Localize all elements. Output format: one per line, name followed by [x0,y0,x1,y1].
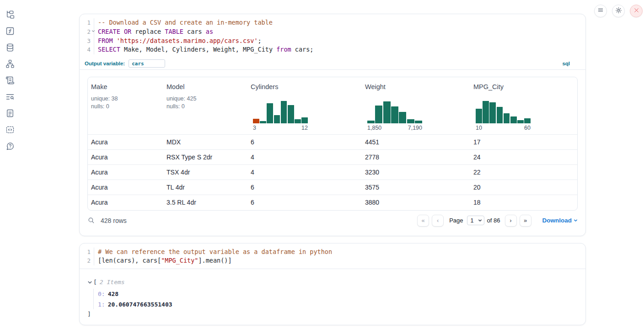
line-number: 4 [80,45,94,54]
sql-code-editor[interactable]: 1 -- Download a CSV and create an in-mem… [80,14,585,58]
cell-weight: 4451 [362,135,470,150]
histogram-bar[interactable] [274,115,280,123]
close-icon [633,7,639,15]
histogram-bar[interactable] [281,101,287,123]
cell-model: 3.5 RL 4dr [163,195,247,210]
cell-mpg-city: 22 [470,165,577,180]
python-cell: 1 # We can reference the output variable… [79,243,586,326]
dependency-graph-icon[interactable] [5,59,15,69]
line-number: 2 [80,256,94,265]
sql-cell: 1 -- Download a CSV and create an in-mem… [79,14,586,236]
last-page-button[interactable]: » [520,215,531,227]
documentation-icon[interactable] [5,109,15,118]
cell-cylinders: 4 [247,165,362,180]
column-header-cylinders[interactable]: Cylinders 3 12 [247,77,362,135]
code-line: 1 # We can reference the output variable… [80,248,585,257]
hist-min-label: 10 [476,125,482,131]
column-header-make[interactable]: Make unique: 38nulls: 0 [88,77,163,135]
table-header-row: Make unique: 38nulls: 0 Model unique: 42… [88,77,577,135]
search-icon[interactable] [87,217,95,224]
histogram-bar[interactable] [489,102,496,123]
histogram-bar[interactable] [253,119,259,123]
column-stats: unique: 425nulls: 0 [166,95,247,110]
cell-weight: 3230 [362,165,470,180]
gear-icon [615,7,622,16]
histogram-bar[interactable] [391,106,398,123]
data-sources-icon[interactable] [5,43,15,52]
table-row[interactable]: Acura TL 4dr 6 3575 20 [88,180,577,195]
item-key: 0: [98,291,105,297]
histogram-bar[interactable] [497,107,503,123]
row-count: 428 rows [101,217,127,224]
file-explorer-icon[interactable] [5,10,15,19]
code-line: 4 SELECT Make, Model, Cylinders, Weight,… [80,45,585,54]
table-footer: 428 rows « ‹ Page 1 of 86 › » Download [87,211,578,231]
histogram-bar[interactable] [367,121,375,123]
fold-chevron-icon[interactable] [91,26,95,36]
table-row[interactable]: Acura TSX 4dr 4 3230 22 [88,165,577,180]
histogram-weight[interactable]: 1,850 7,190 [367,90,422,134]
histogram-bar[interactable] [260,121,266,123]
page-select[interactable]: 1 [467,216,484,225]
table-row[interactable]: Acura RSX Type S 2dr 4 2778 24 [88,150,577,165]
shutdown-button[interactable] [630,5,643,17]
collapse-chevron-icon[interactable] [87,280,92,285]
functions-icon[interactable] [5,26,15,36]
histogram-bar[interactable] [517,120,524,123]
histogram-bar[interactable] [383,101,391,123]
language-badge[interactable]: sql [562,61,570,66]
item-value: 20.060747663551403 [108,301,172,308]
table-row[interactable]: Acura 3.5 RL 4dr 6 3880 18 [88,195,577,210]
code-line: 1 -- Download a CSV and create an in-mem… [80,18,585,27]
histogram-bar[interactable] [267,103,273,123]
python-code-editor[interactable]: 1 # We can reference the output variable… [80,243,585,269]
first-page-button[interactable]: « [417,215,429,227]
histogram-bar[interactable] [295,119,301,123]
cell-mpg-city: 24 [470,150,577,165]
histogram-bar[interactable] [288,105,294,124]
histogram-bar[interactable] [399,112,406,123]
output-variable-row: Output variable: sql [80,58,585,70]
cell-mpg-city: 20 [470,180,577,195]
help-icon[interactable] [5,142,15,151]
line-number: 1 [80,248,94,257]
logs-icon[interactable] [5,92,15,101]
column-header-mpg-city[interactable]: MPG_City 10 60 [470,77,577,135]
prev-page-button[interactable]: ‹ [432,215,444,227]
chevron-down-icon [478,217,482,224]
histogram-bar[interactable] [407,119,414,123]
settings-button[interactable] [612,5,625,17]
histogram-bar[interactable] [375,106,382,123]
list-item: 1: 20.060747663551403 [98,299,585,310]
histogram-bar[interactable] [301,117,308,124]
cell-cylinders: 6 [247,180,362,195]
cell-model: RSX Type S 2dr [163,150,247,165]
cell-model: MDX [163,135,247,150]
histogram-mpg-city[interactable]: 10 60 [476,90,531,134]
histogram-cylinders[interactable]: 3 12 [253,90,308,134]
histogram-bar[interactable] [510,116,517,124]
column-header-weight[interactable]: Weight 1,850 7,190 [362,77,470,135]
close-bracket: ] [87,311,585,317]
table-row[interactable]: Acura MDX 6 4451 17 [88,135,577,150]
cell-weight: 3575 [362,180,470,195]
snippets-icon[interactable] [5,125,15,134]
histogram-bar[interactable] [476,109,482,123]
column-header-model[interactable]: Model unique: 425nulls: 0 [163,77,247,135]
hist-max-label: 7,190 [408,125,422,131]
output-variable-input[interactable] [129,59,165,68]
code-line: 2 CREATE OR replace TABLE cars as [80,27,585,37]
histogram-bar[interactable] [415,121,422,123]
page-total: of 86 [487,217,500,224]
cell-model: TL 4dr [163,180,247,195]
item-value: 428 [108,291,118,297]
next-page-button[interactable]: › [505,215,517,227]
items-count: 2 Items [100,279,125,285]
hist-max-label: 60 [524,125,531,131]
scratchpad-icon[interactable] [5,76,15,85]
histogram-bar[interactable] [483,101,489,123]
histogram-bar[interactable] [504,113,510,123]
menu-button[interactable] [594,5,607,17]
download-button[interactable]: Download [542,217,578,224]
histogram-bar[interactable] [524,118,531,123]
